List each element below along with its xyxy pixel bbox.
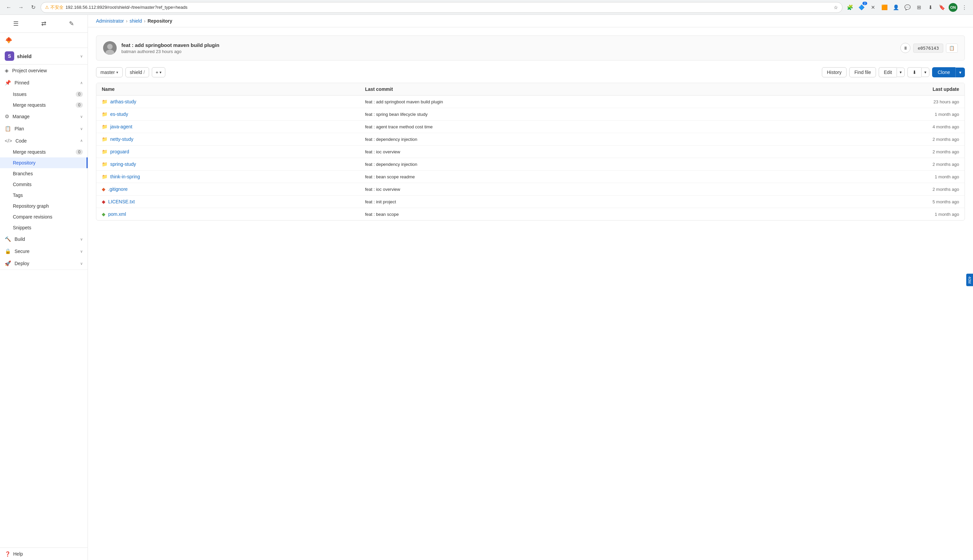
code-chevron-icon: ∧ — [80, 138, 83, 143]
find-file-button[interactable]: Find file — [849, 67, 876, 77]
path-separator: / — [143, 70, 145, 75]
folder-icon: 📁 — [102, 174, 107, 179]
sidebar-group-code[interactable]: </> Code ∧ — [0, 135, 88, 147]
avatar-image — [103, 41, 117, 55]
commit-pipeline-btn[interactable]: ⏸ — [900, 43, 910, 53]
edit-button[interactable]: Edit — [879, 67, 896, 77]
sidebar-item-code-merge-requests[interactable]: Merge requests 0 — [0, 147, 88, 157]
copy-hash-button[interactable]: 📋 — [946, 43, 958, 53]
file-name-text: think-in-spring — [110, 174, 140, 179]
user-avatar[interactable]: ON — [949, 3, 958, 12]
project-selector[interactable]: S shield ∨ — [0, 48, 88, 65]
sidebar-item-repository-graph[interactable]: Repository graph — [0, 201, 88, 212]
address-bar[interactable]: ⚠ 不安全 192.168.56.112:8929/root/shield/-/… — [40, 2, 843, 13]
sidebar-label-project-overview: Project overview — [12, 68, 47, 73]
pinned-chevron-icon: ∧ — [80, 81, 83, 85]
repository-label: Repository — [13, 160, 35, 165]
close-ext-icon[interactable]: ✕ — [868, 3, 878, 12]
commit-banner: feat : add springboot maven build plugin… — [96, 35, 965, 60]
sidebar-group-pinned[interactable]: 📌 Pinned ∧ — [0, 77, 88, 89]
breadcrumb-administrator[interactable]: Administrator — [96, 18, 124, 23]
file-name[interactable]: 📁 proguard — [102, 149, 365, 154]
branch-chevron-icon: ▾ — [116, 70, 118, 75]
star-icon[interactable]: ☆ — [834, 5, 838, 10]
branch-selector[interactable]: master ▾ — [96, 67, 123, 77]
commit-details: feat : add springboot maven build plugin… — [121, 42, 896, 54]
history-button[interactable]: History — [822, 67, 847, 77]
code-icon: </> — [5, 138, 12, 143]
file-name[interactable]: 📁 java-agent — [102, 124, 365, 129]
issues-label: Issues — [13, 92, 27, 97]
clone-button[interactable]: Clone — [932, 67, 955, 77]
sidebar-group-secure[interactable]: 🔒 Secure ∨ — [0, 245, 88, 257]
bookmark-icon[interactable]: 🔖 — [937, 3, 946, 12]
file-name[interactable]: 📁 netty-study — [102, 137, 365, 142]
sidebar-item-branches[interactable]: Branches — [0, 168, 88, 179]
path-name: shield — [130, 70, 142, 75]
table-row: ◆ .gitignore feat : ioc overview 2 month… — [96, 183, 965, 195]
table-row: 📁 proguard feat : ioc overview 2 months … — [96, 145, 965, 158]
file-name[interactable]: 📁 arthas-study — [102, 99, 365, 104]
file-name[interactable]: ◆ .gitignore — [102, 187, 365, 192]
project-info: S shield — [5, 51, 32, 61]
manage-icon: ⚙ — [5, 113, 9, 120]
download-button[interactable]: ⬇ — [908, 67, 921, 77]
sidebar-item-issues[interactable]: Issues 0 — [0, 89, 88, 100]
gitlab-logo-area — [0, 33, 88, 48]
sidebar-item-project-overview[interactable]: ◈ Project overview — [0, 65, 88, 77]
floating-storage-badge[interactable]: 40M — [966, 273, 973, 286]
file-name-text: pom.xml — [108, 212, 126, 217]
profile-icon[interactable]: 👤 — [891, 3, 901, 12]
sidebar-item-snippets[interactable]: Snippets — [0, 222, 88, 233]
sidebar-item-repository[interactable]: Repository — [0, 157, 88, 168]
commit-author-avatar — [103, 41, 117, 55]
repository-graph-label: Repository graph — [13, 203, 49, 209]
sidebar-edit-btn[interactable]: ✎ — [59, 18, 85, 30]
sidebar-item-compare-revisions[interactable]: Compare revisions — [0, 212, 88, 222]
sidebar-group-build[interactable]: 🔨 Build ∨ — [0, 233, 88, 245]
file-last-update: 4 months ago — [891, 124, 959, 129]
sidebar-panel-toggle[interactable]: ☰ — [3, 18, 29, 30]
sidebar-group-manage[interactable]: ⚙ Manage ∨ — [0, 110, 88, 123]
grid-icon[interactable]: ⊞ — [914, 3, 924, 12]
commit-time: 23 hours ago — [156, 49, 182, 54]
edit-dropdown-button[interactable]: ▾ — [896, 68, 905, 77]
sidebar-group-plan[interactable]: 📋 Plan ∨ — [0, 123, 88, 135]
menu-icon[interactable]: ⋮ — [960, 3, 969, 12]
clone-dropdown-button[interactable]: ▾ — [955, 68, 965, 77]
ext-badge-2[interactable]: 🔷 2 — [857, 3, 866, 12]
sidebar-item-merge-requests[interactable]: Merge requests 0 — [0, 100, 88, 110]
file-name-text: java-agent — [110, 124, 132, 129]
sidebar-merge-requests-btn[interactable]: ⇄ — [30, 18, 57, 30]
chat-icon[interactable]: 💬 — [903, 3, 912, 12]
sidebar: ☰ ⇄ ✎ S shield ∨ — [0, 15, 88, 560]
sidebar-item-commits[interactable]: Commits — [0, 179, 88, 190]
forward-button[interactable]: → — [16, 3, 26, 12]
pinned-icon: 📌 — [5, 80, 11, 86]
file-name[interactable]: 📁 spring-study — [102, 162, 365, 167]
help-label: Help — [13, 551, 23, 557]
sidebar-group-deploy[interactable]: 🚀 Deploy ∨ — [0, 257, 88, 270]
gitignore-icon: ◆ — [102, 187, 105, 192]
file-name[interactable]: 📁 think-in-spring — [102, 174, 365, 179]
plus-icon: + — [155, 70, 158, 75]
back-button[interactable]: ← — [4, 3, 13, 12]
help-item[interactable]: ❓ Help — [0, 548, 88, 560]
file-name[interactable]: ◆ LICENSE.txt — [102, 199, 365, 204]
file-last-update: 5 months ago — [891, 199, 959, 204]
manage-chevron-icon: ∨ — [80, 115, 83, 119]
breadcrumb-shield[interactable]: shield — [129, 18, 142, 23]
file-name-text: es-study — [110, 112, 128, 117]
commit-hash[interactable]: e0576143 — [913, 43, 943, 53]
refresh-button[interactable]: ↻ — [28, 3, 38, 12]
add-file-button[interactable]: + ▾ — [152, 67, 166, 77]
deploy-chevron-icon: ∨ — [80, 262, 83, 266]
sidebar-item-tags[interactable]: Tags — [0, 190, 88, 201]
extensions-icon[interactable]: 🧩 — [845, 3, 855, 12]
file-name[interactable]: ◆ pom.xml — [102, 212, 365, 217]
download-icon[interactable]: ⬇ — [926, 3, 935, 12]
ext3-icon[interactable]: 🟧 — [880, 3, 889, 12]
file-name[interactable]: 📁 es-study — [102, 112, 365, 117]
commits-label: Commits — [13, 182, 32, 187]
download-dropdown-button[interactable]: ▾ — [921, 68, 930, 77]
